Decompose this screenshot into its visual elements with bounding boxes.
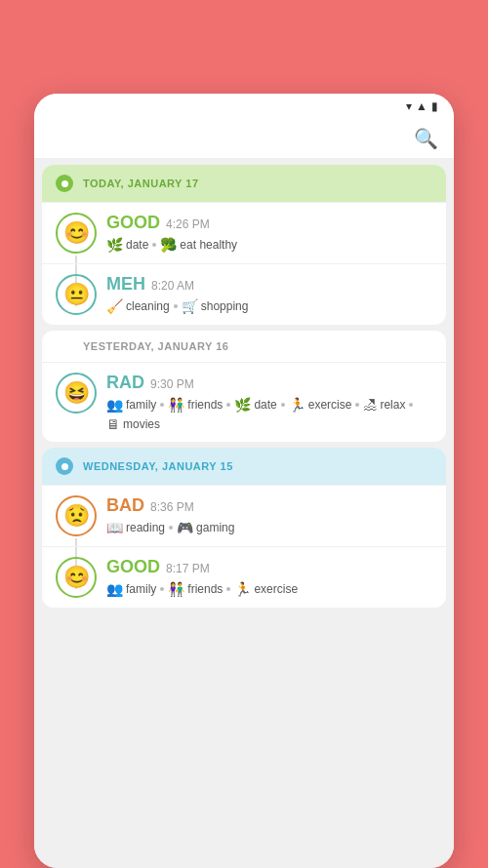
tag-item-gaming: 🎮gaming (177, 520, 234, 535)
tag-item-relax: 🏖relax (363, 397, 405, 413)
tag-icon-family: 👥 (106, 397, 123, 413)
mood-label: GOOD (106, 557, 160, 576)
tag-label-friends: friends (187, 582, 223, 596)
tag-icon-shopping: 🛒 (182, 298, 198, 314)
entry-time: 9:30 PM (150, 377, 194, 391)
tag-separator (160, 403, 164, 407)
tag-label-exercise: exercise (308, 398, 352, 412)
tag-separator (160, 587, 164, 591)
entry-body: BAD8:36 PM📖reading🎮gaming (106, 495, 432, 535)
entry-today-0[interactable]: 😊GOOD4:26 PM🌿date🥦eat healthy (42, 202, 446, 263)
tag-label-movies: movies (123, 417, 160, 431)
tag-label-family: family (126, 582, 156, 596)
tag-separator (174, 304, 178, 308)
tag-label-family: family (126, 398, 156, 412)
tag-label-cleaning: cleaning (126, 299, 170, 313)
tag-label-gaming: gaming (196, 521, 234, 534)
mood-icon-good: 😊 (56, 213, 97, 254)
tag-item-reading: 📖reading (106, 520, 165, 535)
search-icon[interactable]: 🔍 (414, 127, 438, 150)
tag-label-friends: friends (187, 398, 223, 412)
tag-icon-eat healthy: 🥦 (160, 237, 177, 253)
entry-wednesday-0[interactable]: 😟BAD8:36 PM📖reading🎮gaming (42, 485, 446, 546)
day-label-wednesday: WEDNESDAY, JANUARY 15 (83, 460, 233, 472)
mood-icon-rad: 😆 (56, 373, 97, 414)
tag-icon-relax: 🏖 (363, 397, 377, 413)
entry-tags: 👥family👫friends🏃exercise (106, 581, 432, 597)
tag-icon-date: 🌿 (234, 397, 251, 413)
entry-tags: 📖reading🎮gaming (106, 520, 432, 535)
tag-item-eat healthy: 🥦eat healthy (160, 237, 237, 253)
mood-label: RAD (106, 373, 144, 392)
entry-time: 8:36 PM (150, 500, 194, 514)
day-dot-wednesday (56, 457, 73, 475)
signal-icon: ▲ (416, 99, 427, 113)
mood-label: MEH (106, 274, 145, 294)
tag-label-date: date (254, 398, 276, 412)
entry-tags: 🧹cleaning🛒shopping (106, 298, 432, 314)
tag-label-eat healthy: eat healthy (180, 238, 237, 252)
entry-yesterday-0[interactable]: 😆RAD9:30 PM👥family👫friends🌿date🏃exercise… (42, 362, 446, 442)
status-icons: ▾ ▲ ▮ (406, 99, 438, 113)
tag-item-shopping: 🛒shopping (182, 298, 249, 314)
tag-item-family: 👥family (106, 397, 156, 413)
entry-time: 8:20 AM (151, 279, 194, 293)
entry-today-1[interactable]: 😐MEH8:20 AM🧹cleaning🛒shopping (42, 263, 446, 325)
tag-label-reading: reading (126, 521, 165, 534)
entry-body: MEH8:20 AM🧹cleaning🛒shopping (106, 274, 432, 314)
phone-container: ▾ ▲ ▮ 🔍 TODAY, JANUARY 17😊GOOD4:26 PM🌿da… (34, 94, 454, 868)
entry-wednesday-1[interactable]: 😊GOOD8:17 PM👥family👫friends🏃exercise (42, 546, 446, 608)
tag-separator (409, 403, 413, 407)
mood-icon-good: 😊 (56, 557, 97, 598)
header-text (215, 0, 273, 94)
wifi-icon: ▾ (406, 99, 412, 113)
tag-separator (226, 403, 230, 407)
tag-icon-exercise: 🏃 (234, 581, 251, 597)
day-header-yesterday: YESTERDAY, JANUARY 16 (42, 331, 446, 362)
mood-icon-bad: 😟 (56, 495, 97, 536)
day-label-today: TODAY, JANUARY 17 (83, 178, 199, 189)
status-bar: ▾ ▲ ▮ (34, 94, 454, 119)
mood-icon-meh: 😐 (56, 274, 97, 315)
tag-icon-exercise: 🏃 (289, 397, 305, 413)
tag-item-exercise: 🏃exercise (234, 581, 298, 597)
entry-body: GOOD8:17 PM👥family👫friends🏃exercise (106, 557, 432, 597)
tag-separator (152, 243, 156, 247)
tag-label-relax: relax (380, 398, 405, 412)
entry-tags: 🌿date🥦eat healthy (106, 237, 432, 253)
tag-icon-movies: 🖥 (106, 416, 120, 432)
tag-label-exercise: exercise (254, 582, 298, 596)
entry-time: 4:26 PM (166, 217, 210, 231)
tag-icon-friends: 👫 (168, 397, 184, 413)
entry-time: 8:17 PM (166, 562, 210, 575)
tag-label-date: date (126, 238, 148, 252)
entry-body: GOOD4:26 PM🌿date🥦eat healthy (106, 213, 432, 253)
tag-separator (281, 403, 285, 407)
day-label-yesterday: YESTERDAY, JANUARY 16 (83, 340, 228, 352)
tag-item-date: 🌿date (234, 397, 276, 413)
tag-icon-family: 👥 (106, 581, 123, 597)
tag-item-exercise: 🏃exercise (289, 397, 352, 413)
mood-label: BAD (106, 495, 144, 515)
tag-item-cleaning: 🧹cleaning (106, 298, 170, 314)
tag-item-friends: 👫friends (168, 581, 223, 597)
day-header-today: TODAY, JANUARY 17 (42, 165, 446, 202)
tag-icon-date: 🌿 (106, 237, 123, 253)
tag-separator (355, 403, 359, 407)
day-header-wednesday: WEDNESDAY, JANUARY 15 (42, 448, 446, 485)
tag-separator (226, 587, 230, 591)
tag-item-movies: 🖥movies (106, 416, 160, 432)
tag-label-shopping: shopping (201, 299, 249, 313)
tag-icon-gaming: 🎮 (177, 520, 193, 535)
mood-label: GOOD (106, 213, 160, 232)
tag-separator (169, 526, 173, 530)
day-dot-today (56, 175, 73, 192)
day-section-wednesday: WEDNESDAY, JANUARY 15😟BAD8:36 PM📖reading… (42, 448, 446, 608)
entry-body: RAD9:30 PM👥family👫friends🌿date🏃exercise🏖… (106, 373, 432, 432)
content-area: TODAY, JANUARY 17😊GOOD4:26 PM🌿date🥦eat h… (34, 159, 454, 868)
tag-item-family: 👥family (106, 581, 156, 597)
tag-item-date: 🌿date (106, 237, 148, 253)
tag-icon-cleaning: 🧹 (106, 298, 123, 314)
battery-icon: ▮ (431, 99, 438, 113)
tag-item-friends: 👫friends (168, 397, 223, 413)
